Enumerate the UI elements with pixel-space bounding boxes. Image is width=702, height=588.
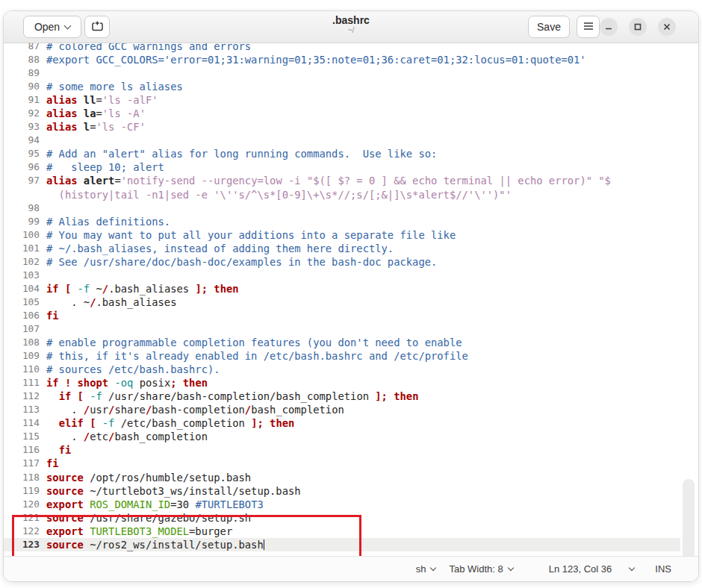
header-bar: Open .bashrc ~/ Save	[4, 11, 698, 43]
line-number: 101	[4, 242, 40, 255]
code-line[interactable]: 112 if [ -f /usr/share/bash-completion/b…	[4, 390, 680, 403]
line-number: 103	[4, 269, 40, 282]
line-number: 106	[4, 309, 40, 322]
tab-width-label: Tab Width: 8	[449, 563, 503, 575]
code-line[interactable]: 109# this, if it's already enabled in /e…	[4, 349, 680, 363]
line-number: 93	[4, 120, 40, 134]
code-line[interactable]: 108# enable programmable completion feat…	[4, 336, 680, 349]
line-number: 121	[4, 511, 40, 525]
new-tab-icon	[91, 20, 104, 34]
code-line[interactable]: 98	[4, 201, 680, 215]
code-line[interactable]: 113 . /usr/share/bash-completion/bash_co…	[4, 403, 680, 416]
line-number: 88	[4, 53, 40, 66]
code-line[interactable]: 119source ~/turtlebot3_ws/install/setup.…	[4, 484, 680, 498]
line-number: 87	[4, 43, 40, 53]
code-line[interactable]: 110# sources /etc/bash.bashrc).	[4, 363, 680, 376]
code-line[interactable]: 89	[4, 66, 680, 80]
cursor-position-label: Ln 123, Col 36	[549, 563, 612, 575]
line-number: 95	[4, 147, 40, 160]
line-number: 92	[4, 107, 40, 120]
chevron-down-icon	[430, 564, 436, 570]
line-number: 89	[4, 66, 40, 80]
chevron-down-icon	[629, 564, 635, 570]
code-line[interactable]: 92alias la='ls -A'	[4, 107, 680, 120]
line-number: 97	[4, 174, 40, 187]
minimize-button[interactable]	[600, 18, 618, 36]
code-line[interactable]: 91alias ll='ls -alF'	[4, 93, 680, 107]
code-line[interactable]: 101# ~/.bash_aliases, instead of adding …	[4, 242, 680, 255]
code-line[interactable]: 114 elif [ -f /etc/bash_completion ]; th…	[4, 416, 680, 430]
code-line[interactable]: 120export ROS_DOMAIN_ID=30 #TURTLEBOT3	[4, 498, 680, 511]
code-line[interactable]: 103	[4, 269, 680, 282]
language-selector[interactable]: sh	[416, 563, 436, 575]
code-line[interactable]: (history|tail -n1|sed -e '\''s/^\s*[0-9]…	[4, 188, 680, 201]
code-line[interactable]: 95# Add an "alert" alias for long runnin…	[4, 147, 680, 160]
code-line[interactable]: 111if ! shopt -oq posix; then	[4, 376, 680, 390]
line-number	[4, 188, 40, 201]
code-line[interactable]: 116 fi	[4, 443, 680, 457]
code-line[interactable]: 100# You may want to put all your additi…	[4, 228, 680, 242]
status-bar: sh Tab Width: 8 Ln 123, Col 36 INS	[4, 556, 698, 581]
code-line[interactable]: 105 . ~/.bash_aliases	[4, 295, 680, 309]
code-line[interactable]: 94	[4, 134, 680, 147]
new-tab-button[interactable]	[84, 16, 110, 38]
line-number: 111	[4, 376, 40, 390]
line-number: 114	[4, 416, 40, 430]
line-number: 96	[4, 160, 40, 174]
code-line[interactable]: 117fi	[4, 457, 680, 470]
line-number: 113	[4, 403, 40, 416]
open-button-label: Open	[34, 21, 60, 33]
code-line[interactable]: 106fi	[4, 309, 680, 322]
maximize-button[interactable]	[629, 18, 647, 36]
line-number: 112	[4, 390, 40, 403]
insert-mode-label: INS	[655, 563, 671, 575]
tab-width-selector[interactable]: Tab Width: 8	[449, 563, 512, 575]
goto-line-button[interactable]	[630, 567, 634, 572]
line-number: 119	[4, 484, 40, 498]
code-line[interactable]: 107	[4, 322, 680, 336]
line-number: 123	[4, 538, 40, 551]
insert-mode-indicator: INS	[655, 563, 671, 575]
save-button[interactable]: Save	[528, 16, 570, 38]
menu-icon	[583, 21, 594, 33]
code-editor[interactable]: 87# colored GCC warnings and errors88#ex…	[4, 43, 698, 556]
text-cursor	[264, 539, 265, 550]
line-number: 104	[4, 282, 40, 295]
line-number: 118	[4, 471, 40, 484]
code-line[interactable]: 102# See /usr/share/doc/bash-doc/example…	[4, 255, 680, 269]
minimize-icon	[605, 20, 612, 34]
line-number: 122	[4, 525, 40, 538]
line-number: 102	[4, 255, 40, 269]
code-line[interactable]: 97alias alert='notify-send --urgency=low…	[4, 174, 680, 187]
code-line[interactable]: 93alias l='ls -CF'	[4, 120, 680, 134]
code-line[interactable]: 99# Alias definitions.	[4, 215, 680, 228]
code-line[interactable]: 122export TURTLEBOT3_MODEL=burger	[4, 525, 680, 538]
maximize-icon	[634, 20, 642, 34]
vertical-scrollbar[interactable]	[683, 479, 695, 556]
code-line[interactable]: 121source /usr/share/gazebo/setup.sh	[4, 511, 680, 525]
code-line[interactable]: 87# colored GCC warnings and errors	[4, 43, 680, 53]
save-button-label: Save	[537, 21, 561, 33]
code-line[interactable]: 118source /opt/ros/humble/setup.bash	[4, 471, 680, 484]
code-line[interactable]: 96# sleep 10; alert	[4, 160, 680, 174]
line-number: 91	[4, 93, 40, 107]
line-number: 110	[4, 363, 40, 376]
code-line[interactable]: 90# some more ls aliases	[4, 80, 680, 93]
cursor-position: Ln 123, Col 36	[549, 563, 612, 575]
line-number: 109	[4, 349, 40, 363]
code-line[interactable]: 104if [ -f ~/.bash_aliases ]; then	[4, 282, 680, 295]
open-button[interactable]: Open	[23, 16, 81, 38]
main-menu-button[interactable]	[577, 16, 600, 38]
close-button[interactable]	[658, 18, 676, 36]
text-editor-window: Open .bashrc ~/ Save	[3, 10, 699, 582]
code-line[interactable]: 115 . /etc/bash_completion	[4, 430, 680, 443]
code-line[interactable]: 123source ~/ros2_ws/install/setup.bash	[4, 538, 680, 551]
line-number: 117	[4, 457, 40, 470]
code-line[interactable]: 88#export GCC_COLORS='error=01;31:warnin…	[4, 53, 680, 66]
chevron-down-icon	[508, 564, 514, 570]
line-number: 108	[4, 336, 40, 349]
line-number: 99	[4, 215, 40, 228]
line-number: 116	[4, 443, 40, 457]
line-number: 120	[4, 498, 40, 511]
line-number: 94	[4, 134, 40, 147]
